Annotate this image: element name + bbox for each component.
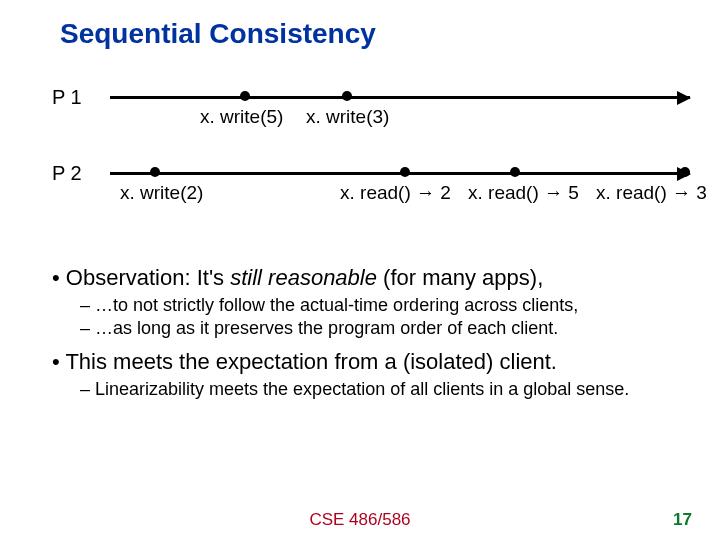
p2-label: P 2 <box>52 162 82 185</box>
p1-event-label: x. write(5) <box>200 106 283 128</box>
p1-event-dot <box>240 91 250 101</box>
bullet-list: • Observation: It's still reasonable (fo… <box>30 265 690 400</box>
bullet-text: Observation: It's <box>66 265 230 290</box>
bullet-2: • This meets the expectation from a (iso… <box>52 349 680 375</box>
p1-label: P 1 <box>52 86 82 109</box>
sub-bullet: – …as long as it preserves the program o… <box>80 318 680 339</box>
p1-event-label: x. write(3) <box>306 106 389 128</box>
p2-event-label: x. read() → 3 <box>596 182 707 204</box>
bullet-text: (for many apps), <box>377 265 543 290</box>
footer-text: CSE 486/586 <box>0 510 720 530</box>
p2-event-label: x. write(2) <box>120 182 203 204</box>
bullet-text: This meets the expectation from a (isola… <box>65 349 557 374</box>
p2-event-dot <box>510 167 520 177</box>
bullet-1: • Observation: It's still reasonable (fo… <box>52 265 680 291</box>
bullet-emph: still reasonable <box>230 265 377 290</box>
p2-event-label: x. read() → 2 <box>340 182 451 204</box>
p2-event-dot <box>400 167 410 177</box>
page-number: 17 <box>673 510 692 530</box>
p2-event-dot <box>150 167 160 177</box>
sub-bullet: – Linearizability meets the expectation … <box>80 379 680 400</box>
sub-bullet: – …to not strictly follow the actual-tim… <box>80 295 680 316</box>
p1-timeline <box>110 96 690 99</box>
timeline-diagram: P 1 x. write(5) x. write(3) P 2 x. write… <box>40 90 690 240</box>
p2-event-dot <box>680 167 690 177</box>
p2-event-label: x. read() → 5 <box>468 182 579 204</box>
slide-title: Sequential Consistency <box>60 18 690 50</box>
p1-event-dot <box>342 91 352 101</box>
